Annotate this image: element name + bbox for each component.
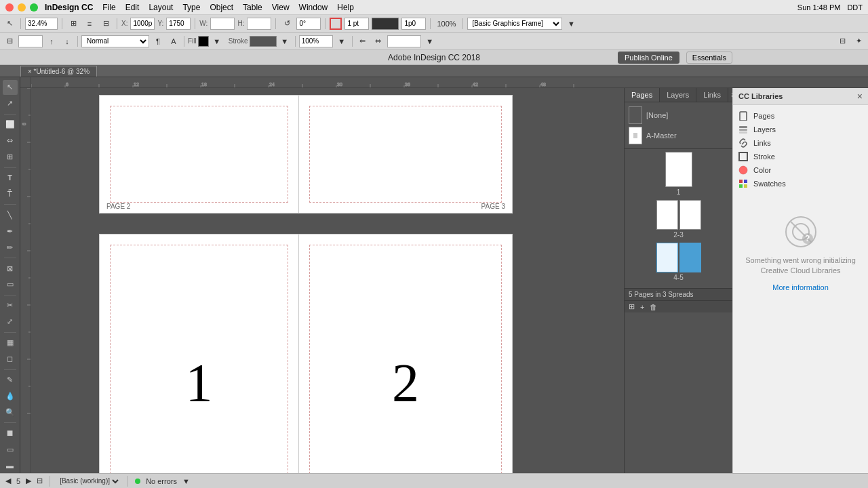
gradient-feather-tool[interactable]: ◻ — [3, 352, 18, 367]
transform-btn[interactable]: ⊞ — [66, 17, 80, 30]
pen-tool[interactable]: ✒ — [3, 224, 18, 239]
rect-frame-tool[interactable]: ⊠ — [3, 261, 18, 276]
page-4-thumb[interactable] — [656, 243, 678, 272]
rotate-btn[interactable]: ↺ — [280, 17, 294, 30]
stroke-weight-input[interactable] — [344, 18, 369, 30]
cc-panel-close[interactable]: × — [857, 91, 863, 102]
layout-select[interactable]: [Basic (working)] — [57, 476, 121, 487]
menu-window[interactable]: Window — [299, 3, 328, 12]
menu-type[interactable]: Type — [182, 3, 200, 12]
close-btn[interactable] — [5, 3, 14, 12]
page-nav-btn[interactable]: ⊟ — [37, 476, 43, 485]
menu-table[interactable]: Table — [243, 3, 262, 12]
tb2-align-left[interactable]: ⇐ — [356, 35, 370, 48]
selection-tool[interactable]: ↖ — [3, 80, 18, 95]
none-master[interactable]: [None] — [629, 105, 728, 125]
menu-object[interactable]: Object — [210, 3, 233, 12]
direct-selection-tool[interactable]: ↗ — [3, 96, 18, 111]
panel-options-btn[interactable]: ✦ — [852, 35, 865, 48]
window-controls[interactable] — [5, 3, 38, 12]
tab-links[interactable]: Links — [696, 88, 728, 102]
tb2-pct-dropdown[interactable]: ▼ — [335, 35, 349, 48]
tb2-btn1[interactable]: ⊟ — [3, 35, 16, 48]
gradient-swatch-tool[interactable]: ▦ — [3, 336, 18, 350]
rect-tool[interactable]: ▭ — [3, 277, 18, 292]
tb2-style-select[interactable]: Normal — [81, 35, 149, 47]
errors-dropdown[interactable]: ▼ — [182, 477, 190, 485]
stroke-style-box[interactable] — [250, 36, 277, 47]
gap-tool[interactable]: ⇔ — [3, 134, 18, 148]
free-transform-tool[interactable]: ⤢ — [3, 314, 18, 329]
eyedropper-tool[interactable]: 💧 — [3, 388, 18, 403]
tab-layers[interactable]: Layers — [660, 88, 696, 102]
page-3[interactable]: PAGE 3 — [299, 95, 513, 214]
tb2-input1[interactable] — [18, 35, 43, 47]
new-master-btn[interactable]: ⊞ — [627, 302, 636, 311]
page-2-thumb[interactable] — [656, 200, 678, 230]
panel-toggle-btn[interactable]: ⊟ — [835, 35, 849, 48]
stroke-value[interactable] — [401, 18, 426, 30]
view-normal[interactable]: ▭ — [3, 442, 18, 457]
tb2-btn3[interactable]: ↓ — [60, 35, 74, 48]
y-input[interactable] — [166, 18, 191, 30]
zoom-tool[interactable]: 🔍 — [3, 405, 18, 420]
stroke-style-picker[interactable] — [372, 18, 399, 30]
cc-item-links[interactable]: Links — [738, 136, 863, 150]
tb2-pct-input[interactable] — [299, 35, 333, 47]
tb2-btn2[interactable]: ↑ — [45, 35, 58, 48]
cc-item-color[interactable]: Color — [738, 163, 863, 177]
stroke-dropdown-tb2[interactable]: ▼ — [278, 35, 292, 48]
page-5-thumb[interactable] — [679, 243, 701, 272]
menu-help[interactable]: Help — [337, 3, 354, 12]
x-input[interactable] — [130, 18, 155, 30]
rotate-input[interactable] — [296, 18, 321, 30]
cc-item-swatches[interactable]: Swatches — [738, 177, 863, 190]
delete-page-btn[interactable]: 🗑 — [648, 302, 658, 311]
tab-pages[interactable]: Pages — [625, 88, 660, 102]
align-btn[interactable]: ≡ — [83, 17, 96, 30]
w-input[interactable] — [210, 18, 235, 30]
h-input[interactable] — [247, 18, 271, 30]
page-next-btn[interactable]: ▶ — [26, 476, 31, 485]
tool-selection[interactable]: ↖ — [3, 17, 16, 30]
cc-item-layers[interactable]: Layers — [738, 123, 863, 136]
style-dropdown[interactable]: [Basic Graphics Frame] — [467, 18, 562, 30]
page-2[interactable]: PAGE 2 — [99, 95, 299, 214]
tb2-align-center[interactable]: ⇔ — [372, 35, 385, 48]
tb2-paragraph-btn[interactable]: ¶ — [151, 35, 165, 48]
menu-file[interactable]: File — [102, 3, 115, 12]
fill-stroke[interactable]: ■ — [3, 426, 18, 441]
page-tool[interactable]: ⬜ — [3, 117, 18, 132]
tb2-pos-input[interactable] — [387, 35, 421, 47]
content-tool[interactable]: ⊞ — [3, 150, 18, 165]
cc-item-stroke[interactable]: Stroke — [738, 150, 863, 163]
style-dropdown-btn[interactable]: ▼ — [565, 17, 578, 30]
page-4[interactable]: 1 PAGE 4 — [99, 234, 299, 473]
note-tool[interactable]: ✎ — [3, 373, 18, 388]
line-tool[interactable]: ╲ — [3, 207, 18, 222]
tb2-pos-dropdown[interactable]: ▼ — [423, 35, 437, 48]
page-3-thumb[interactable] — [679, 200, 701, 230]
maximize-btn[interactable] — [30, 3, 38, 12]
a-master[interactable]: A-Master — [629, 125, 728, 146]
minimize-btn[interactable] — [18, 3, 26, 12]
cc-item-pages[interactable]: Pages — [738, 109, 863, 123]
tb2-char-btn[interactable]: A — [167, 35, 180, 48]
page-prev-btn[interactable]: ◀ — [5, 476, 11, 485]
menu-bar[interactable]: File Edit Layout Type Object Table View … — [102, 3, 354, 12]
fill-color-box[interactable] — [198, 36, 209, 47]
menu-layout[interactable]: Layout — [149, 3, 173, 12]
menu-edit[interactable]: Edit — [125, 3, 140, 12]
page-5[interactable]: 2 PAGE 5 — [299, 234, 513, 473]
essentials-btn[interactable]: Essentials — [686, 52, 732, 64]
stroke-color-swatch[interactable] — [330, 18, 342, 30]
document-tab[interactable]: × *Untitled-6 @ 32% — [20, 66, 97, 77]
publish-online-btn[interactable]: Publish Online — [618, 52, 679, 64]
fill-dropdown[interactable]: ▼ — [210, 35, 224, 48]
menu-view[interactable]: View — [272, 3, 290, 12]
new-page-btn[interactable]: + — [639, 302, 646, 311]
opacity-btn[interactable]: 100% — [435, 17, 458, 30]
zoom-input[interactable] — [25, 18, 58, 30]
arrange-btn[interactable]: ⊟ — [99, 17, 113, 30]
scissors-tool[interactable]: ✂ — [3, 298, 18, 313]
